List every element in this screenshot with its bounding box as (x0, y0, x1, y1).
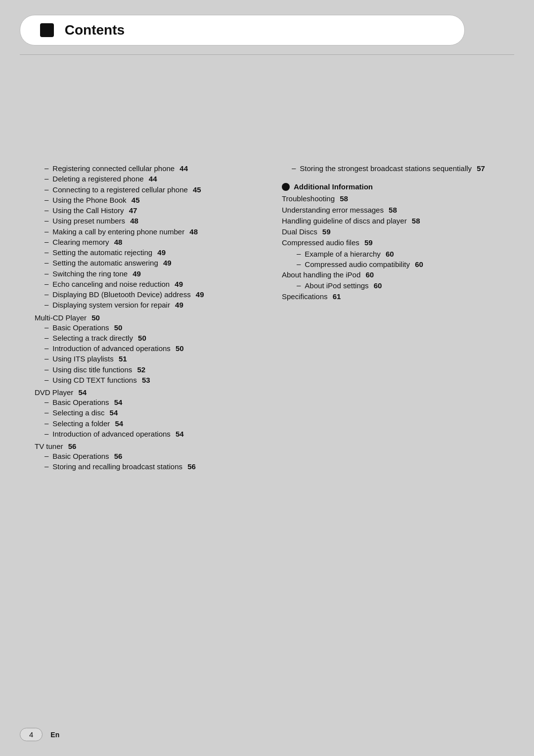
dash-icon: – (44, 164, 48, 172)
ai-item: Specifications 61 (282, 292, 499, 302)
section-tv: TV tuner 56 – Basic Operations 56 – Stor… (35, 442, 252, 472)
list-item: – Displaying BD (Bluetooth Device) addre… (35, 290, 252, 300)
item-text: Basic Operations 56 (52, 451, 122, 461)
list-item: – Deleting a registered phone 44 (35, 174, 252, 184)
dash-icon: – (44, 185, 48, 193)
item-text: Setting the automatic answering 49 (52, 258, 171, 268)
item-text: Connecting to a registered cellular phon… (52, 185, 201, 195)
item-text: Making a call by entering phone number 4… (52, 227, 198, 237)
list-item: – Selecting a folder 54 (35, 419, 252, 429)
list-item: – Connecting to a registered cellular ph… (35, 185, 252, 195)
dash-icon: – (44, 269, 48, 277)
ai-item: Dual Discs 59 (282, 227, 499, 237)
dash-icon: – (44, 227, 48, 235)
item-text: Storing and recalling broadcast stations… (52, 462, 196, 472)
list-item: – Making a call by entering phone number… (35, 227, 252, 237)
footer: 4 En (20, 728, 59, 741)
item-text: Registering connected cellular phone 44 (52, 164, 188, 174)
list-item: – Storing and recalling broadcast statio… (35, 462, 252, 472)
dash-icon: – (297, 281, 301, 289)
ai-item: Troubleshooting 58 (282, 194, 499, 204)
ai-sub-item: – Example of a hierarchy 60 (282, 249, 499, 259)
section-dvd: DVD Player 54 – Basic Operations 54 – Se… (35, 388, 252, 439)
dash-icon: – (44, 174, 48, 182)
section-title: DVD Player 54 (35, 388, 252, 397)
section-multi-cd: Multi-CD Player 50 – Basic Operations 50… (35, 313, 252, 386)
black-square-icon (40, 23, 54, 37)
ai-sub-item: – Compressed audio compatibility 60 (282, 260, 499, 269)
item-text: Displaying BD (Bluetooth Device) address… (52, 290, 204, 300)
dash-icon: – (44, 375, 48, 384)
dash-icon: – (297, 260, 301, 268)
item-text: Basic Operations 54 (52, 398, 122, 407)
item-text: Deleting a registered phone 44 (52, 174, 157, 184)
ai-sub-item: – About iPod settings 60 (282, 281, 499, 291)
section-title: TV tuner 56 (35, 442, 252, 450)
page-container: Contents – Registering connected cellula… (0, 0, 534, 756)
item-text: Basic Operations 50 (52, 323, 122, 333)
dash-icon: – (44, 323, 48, 331)
item-text: Selecting a folder 54 (52, 419, 123, 429)
left-column: – Registering connected cellular phone 4… (35, 164, 252, 474)
item-text: Using the Phone Book 45 (52, 195, 139, 205)
additional-info-title: Additional Information (294, 182, 373, 191)
section-title: Multi-CD Player 50 (35, 313, 252, 322)
ai-item: Understanding error messages 58 (282, 205, 499, 215)
list-item: – Using disc title functions 52 (35, 365, 252, 375)
list-item: – Using the Call History 47 (35, 206, 252, 216)
list-item: – Using ITS playlists 51 (35, 354, 252, 364)
contents-title-text: Contents (65, 22, 125, 38)
item-text: Echo canceling and noise reduction 49 (52, 279, 183, 289)
dash-icon: – (297, 249, 301, 258)
dash-icon: – (44, 408, 48, 416)
dash-icon: – (292, 164, 296, 172)
item-text: Example of a hierarchy 60 (305, 249, 394, 259)
dash-icon: – (44, 206, 48, 214)
ai-item: About handling the iPod 60 (282, 270, 499, 280)
dash-icon: – (44, 195, 48, 204)
contents-header: Contents (20, 15, 465, 45)
list-item: – Selecting a track directly 50 (35, 333, 252, 343)
right-column: – Storing the strongest broadcast statio… (282, 164, 499, 474)
item-text: Clearing memory 48 (52, 237, 122, 247)
item-text: Introduction of advanced operations 50 (52, 344, 183, 354)
item-text: Selecting a track directly 50 (52, 333, 146, 343)
item-text: Using ITS playlists 51 (52, 354, 127, 364)
dash-icon: – (44, 429, 48, 438)
item-text: Switching the ring tone 49 (52, 269, 141, 279)
dash-icon: – (44, 451, 48, 460)
dash-icon: – (44, 333, 48, 342)
item-text: About iPod settings 60 (305, 281, 382, 291)
dash-icon: – (44, 237, 48, 246)
list-item: – Introduction of advanced operations 54 (35, 429, 252, 439)
list-item: – Echo canceling and noise reduction 49 (35, 279, 252, 289)
list-item: – Storing the strongest broadcast statio… (282, 164, 499, 174)
list-item: – Registering connected cellular phone 4… (35, 164, 252, 174)
list-item: – Selecting a disc 54 (35, 408, 252, 418)
dash-icon: – (44, 365, 48, 373)
dash-icon: – (44, 354, 48, 362)
dash-icon: – (44, 258, 48, 267)
dash-icon: – (44, 419, 48, 427)
header-divider (20, 54, 514, 55)
item-text: Using disc title functions 52 (52, 365, 145, 375)
dash-icon: – (44, 344, 48, 352)
language-label: En (50, 731, 59, 739)
list-item: – Setting the automatic answering 49 (35, 258, 252, 268)
dash-icon: – (44, 248, 48, 256)
list-item: – Setting the automatic rejecting 49 (35, 248, 252, 258)
item-text: Selecting a disc 54 (52, 408, 118, 418)
dash-icon: – (44, 279, 48, 288)
bullet-circle-icon (282, 183, 290, 191)
list-item: – Basic Operations 50 (35, 323, 252, 333)
additional-info-header: Additional Information (282, 182, 499, 191)
dash-icon: – (44, 300, 48, 309)
content-area: – Registering connected cellular phone 4… (20, 164, 514, 474)
dash-icon: – (44, 398, 48, 406)
contents-title: Contents (40, 22, 445, 38)
item-text: Using the Call History 47 (52, 206, 137, 216)
item-text: Displaying system version for repair 49 (52, 300, 183, 310)
list-item: – Basic Operations 56 (35, 451, 252, 461)
list-item: – Switching the ring tone 49 (35, 269, 252, 279)
list-item: – Using the Phone Book 45 (35, 195, 252, 205)
